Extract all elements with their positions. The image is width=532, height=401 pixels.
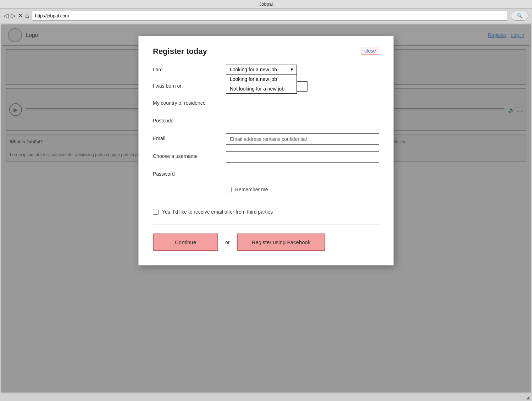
or-label: or xyxy=(225,240,229,245)
password-field xyxy=(226,169,379,180)
nav-icons: ◁ ▷ ✕ ⌂ xyxy=(4,12,29,20)
remember-me-row: Remember me xyxy=(153,187,379,192)
status-indicator: ◢ xyxy=(526,395,529,400)
email-label: Email xyxy=(153,133,220,141)
modal-actions: Continue or Register using Facebook xyxy=(153,234,379,251)
browser-title: Jobpal xyxy=(0,0,532,9)
email-input[interactable] xyxy=(226,133,379,145)
iam-fields: Looking for a new job ▼ Looking for a ne… xyxy=(226,65,379,75)
divider-bottom xyxy=(153,225,379,225)
back-icon[interactable]: ◁ xyxy=(4,12,9,20)
third-party-label: Yes, I'd like to receive email offer fro… xyxy=(162,209,273,215)
forward-icon[interactable]: ▷ xyxy=(11,12,16,20)
remember-me-label: Remember me xyxy=(235,187,268,192)
username-input[interactable] xyxy=(226,151,379,163)
iam-row: I am Looking for a new job ▼ Looking for… xyxy=(153,65,379,75)
password-row: Password xyxy=(153,169,379,180)
dropdown-option-looking[interactable]: Looking for a new job xyxy=(226,75,297,84)
born-label: I was born on xyxy=(153,81,220,89)
country-row: My country of residence xyxy=(153,98,379,109)
facebook-register-button[interactable]: Register using Facebook xyxy=(237,234,326,251)
email-row: Email xyxy=(153,133,379,145)
status-bar: ◢ xyxy=(0,394,532,401)
search-button[interactable]: 🔍 xyxy=(511,11,528,21)
country-label: My country of residence xyxy=(153,98,220,106)
stop-icon[interactable]: ✕ xyxy=(18,12,23,20)
username-label: Choose a username xyxy=(153,151,220,159)
dropdown-option-not-looking[interactable]: Not looking for a new job xyxy=(226,84,297,93)
continue-button[interactable]: Continue xyxy=(153,234,218,251)
postcode-input[interactable] xyxy=(226,116,379,127)
postcode-row: Postcode xyxy=(153,116,379,127)
email-field xyxy=(226,133,379,145)
dropdown-selected-value[interactable]: Looking for a new job xyxy=(226,65,297,75)
country-field xyxy=(226,98,379,109)
address-bar[interactable] xyxy=(32,11,508,21)
modal-title: Register today xyxy=(153,47,207,56)
postcode-label: Postcode xyxy=(153,116,220,123)
postcode-field xyxy=(226,116,379,127)
username-field xyxy=(226,151,379,163)
dropdown-options-list: Looking for a new job Not looking for a … xyxy=(226,75,297,94)
third-party-checkbox[interactable] xyxy=(153,209,159,215)
remember-me-checkbox[interactable] xyxy=(226,187,232,192)
browser-content: Logo Register Log in ▶ 🔊 ⛶ What is JobPa… xyxy=(1,24,531,392)
divider-top xyxy=(153,199,379,199)
password-label: Password xyxy=(153,169,220,177)
modal-header: Register today close xyxy=(153,47,379,56)
modal-overlay: Register today close I am Looking for a … xyxy=(2,25,530,392)
job-status-dropdown[interactable]: Looking for a new job ▼ Looking for a ne… xyxy=(226,65,297,75)
password-input[interactable] xyxy=(226,169,379,180)
home-icon[interactable]: ⌂ xyxy=(25,12,29,20)
username-row: Choose a username xyxy=(153,151,379,163)
country-input[interactable] xyxy=(226,98,379,109)
browser-toolbar: ◁ ▷ ✕ ⌂ 🔍 xyxy=(0,9,532,23)
iam-label: I am xyxy=(153,65,220,72)
third-party-row: Yes, I'd like to receive email offer fro… xyxy=(153,205,379,219)
registration-modal: Register today close I am Looking for a … xyxy=(138,36,394,265)
close-button[interactable]: close xyxy=(361,47,379,55)
